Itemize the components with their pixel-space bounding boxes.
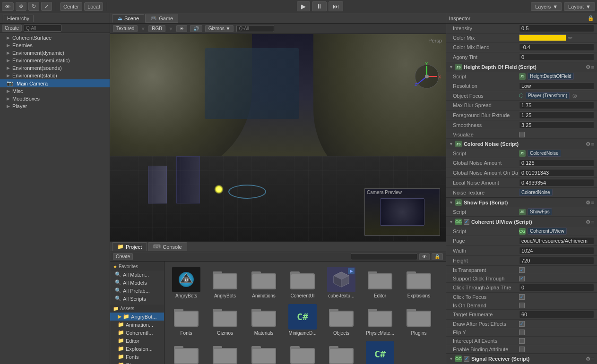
section-header-uiview[interactable]: ▼ CG Coherent UIView (Script) ⚙ ≡: [446, 217, 597, 227]
agony-tint-input[interactable]: [519, 53, 594, 61]
asset-angry-bots-unity[interactable]: U AngryBots: [168, 265, 204, 300]
move-button[interactable]: ✥: [16, 2, 26, 11]
textured-btn[interactable]: Textured: [113, 25, 138, 32]
asset-scenes[interactable]: Scenes: [246, 340, 282, 364]
height-input[interactable]: [519, 257, 594, 264]
hierarchy-create-btn[interactable]: Create: [2, 25, 22, 32]
sidebar-item-all-prefabs[interactable]: 🔍 All Prefab...: [110, 287, 164, 295]
light-btn[interactable]: ☀: [176, 25, 187, 32]
gear-icon-signal[interactable]: ⚙: [586, 356, 590, 362]
hier-item-coherent-surface[interactable]: ▶ CoherentSurface: [0, 34, 110, 42]
expand-button[interactable]: ⤢: [41, 2, 52, 11]
layout-dropdown[interactable]: Layout ▼: [564, 2, 595, 11]
eye-btn-project[interactable]: 👁: [419, 253, 430, 260]
asset-shaders[interactable]: Shaders: [323, 340, 359, 364]
tab-project[interactable]: 📁 Project: [112, 242, 147, 251]
gizmos-btn[interactable]: Gizmos ▼: [205, 25, 234, 32]
hierarchy-tab[interactable]: Hierarchy: [3, 15, 34, 22]
rgb-btn[interactable]: RGB: [148, 25, 165, 32]
asset-cube-texture[interactable]: ▶ cube-textu...: [323, 265, 359, 300]
resolution-input[interactable]: [519, 82, 594, 90]
asset-angry-bots-folder[interactable]: AngryBots: [207, 265, 243, 300]
uiview-enable-checkbox[interactable]: [464, 219, 469, 225]
layers-dropdown[interactable]: Layers ▼: [531, 2, 562, 11]
is-transparent-checkbox[interactable]: [519, 267, 525, 273]
asset-editor[interactable]: Editor: [362, 265, 398, 300]
script-fps-ref[interactable]: ShowFps: [528, 208, 552, 215]
asset-plugins[interactable]: Plugins: [401, 303, 437, 337]
options-icon-signal[interactable]: ≡: [591, 356, 594, 362]
options-icon2[interactable]: ≡: [591, 141, 594, 147]
max-blur-input[interactable]: [519, 102, 594, 109]
asset-fonts[interactable]: Fonts: [168, 303, 204, 337]
script-cn-ref[interactable]: ColoredNoise: [528, 150, 561, 157]
fg-blur-input[interactable]: [519, 111, 594, 119]
gear-icon-uiview[interactable]: ⚙: [586, 219, 590, 225]
intercept-checkbox[interactable]: [519, 338, 525, 344]
asset-minigame-d[interactable]: C# MinigameD...: [285, 303, 320, 337]
inspector-content[interactable]: Intensity Color Mix ✏ Color Mix Blend: [446, 24, 597, 364]
page-input[interactable]: [519, 237, 594, 245]
click-to-focus-checkbox[interactable]: [519, 294, 525, 300]
width-input[interactable]: [519, 247, 594, 254]
hier-item-env-sounds[interactable]: ▶ Environment(sounds): [0, 64, 110, 72]
hier-item-main-camera[interactable]: 📷 Main Camera: [0, 79, 110, 87]
hier-item-env-semi-static[interactable]: ▶ Environment(semi-static): [0, 57, 110, 64]
sidebar-item-all-materials[interactable]: 🔍 All Materi...: [110, 271, 164, 279]
play-button[interactable]: ▶: [297, 1, 310, 11]
intensity-input[interactable]: [519, 25, 594, 32]
signal-checkbox[interactable]: [464, 356, 469, 362]
asset-signal-receiver[interactable]: C# SignalRece...: [362, 340, 398, 364]
scene-view[interactable]: Persp X Y Z Camera Pre: [110, 34, 446, 241]
global-noise-input[interactable]: [519, 159, 594, 167]
object-focus-ref[interactable]: Player (Transform): [526, 92, 570, 99]
asset-explosions[interactable]: Explosions: [401, 265, 437, 300]
sidebar-item-explosions[interactable]: 📁 Explosion...: [110, 345, 164, 353]
sidebar-item-animations[interactable]: 📁 Animation...: [110, 321, 164, 329]
asset-resources[interactable]: Resources: [207, 340, 243, 364]
section-header-colored-noise[interactable]: ▼ JS Colored Noise (Script) ⚙ ≡: [446, 139, 597, 149]
section-header-signal[interactable]: ▼ CG Signal Receiver (Script) ⚙ ≡: [446, 354, 597, 364]
asset-animations[interactable]: Animations: [246, 265, 282, 300]
asset-materials[interactable]: Materials: [246, 303, 282, 337]
uiview-checkbox[interactable]: [464, 219, 469, 225]
flip-y-checkbox[interactable]: [519, 330, 525, 335]
asset-grid[interactable]: U AngryBots: [164, 262, 446, 364]
script-ref[interactable]: HeightDepthOfField: [528, 73, 574, 80]
tab-scene[interactable]: ⛰ Scene: [112, 14, 144, 23]
tab-console[interactable]: ⌨ Console: [148, 242, 187, 251]
asset-coherent-ui[interactable]: CoherentUI: [285, 265, 320, 300]
hierarchy-search[interactable]: [24, 25, 61, 32]
hier-item-player[interactable]: ▶ Player: [0, 102, 110, 110]
pause-button[interactable]: ⏸: [312, 1, 327, 11]
draw-after-checkbox[interactable]: [519, 321, 525, 327]
signal-enable-checkbox[interactable]: [464, 356, 469, 362]
smoothness-input[interactable]: [519, 121, 594, 129]
visualize-checkbox[interactable]: [519, 132, 525, 137]
local-button[interactable]: Local: [84, 2, 103, 11]
section-header-show-fps[interactable]: ▼ JS Show Fps (Script) ⚙ ≡: [446, 198, 597, 207]
options-icon-uiview[interactable]: ≡: [591, 219, 594, 225]
hier-item-env-dynamic[interactable]: ▶ Environment(dynamic): [0, 49, 110, 57]
section-header-height-depth[interactable]: ▼ JS Height Depth Of Field (Script) ⚙ ≡: [446, 62, 597, 72]
on-demand-checkbox[interactable]: [519, 303, 525, 308]
sidebar-item-gizmos[interactable]: 📁 Gizmos: [110, 361, 164, 364]
support-click-checkbox[interactable]: [519, 276, 525, 281]
lock-icon[interactable]: 🔒: [588, 15, 594, 21]
click-alpha-input[interactable]: [519, 284, 594, 291]
gear-icon3[interactable]: ⚙: [586, 200, 590, 206]
binding-checkbox[interactable]: [519, 347, 525, 352]
asset-gizmos[interactable]: Gizmos: [207, 303, 243, 337]
color-swatch[interactable]: [519, 34, 566, 41]
sidebar-item-fonts[interactable]: 📁 Fonts: [110, 353, 164, 361]
gear-icon[interactable]: ⚙: [586, 64, 590, 70]
target-framerate-input[interactable]: [519, 311, 594, 318]
asset-scripts[interactable]: Scripts: [285, 340, 320, 364]
gear-icon2[interactable]: ⚙: [586, 141, 590, 147]
asset-prefabs[interactable]: Prefabs: [168, 340, 204, 364]
project-create-btn[interactable]: Create: [113, 253, 133, 260]
options-icon3[interactable]: ≡: [591, 200, 594, 206]
tab-game[interactable]: 🎮 Game: [145, 14, 178, 23]
hier-item-misc[interactable]: ▶ Misc: [0, 87, 110, 95]
eye-button[interactable]: 👁: [2, 2, 14, 11]
